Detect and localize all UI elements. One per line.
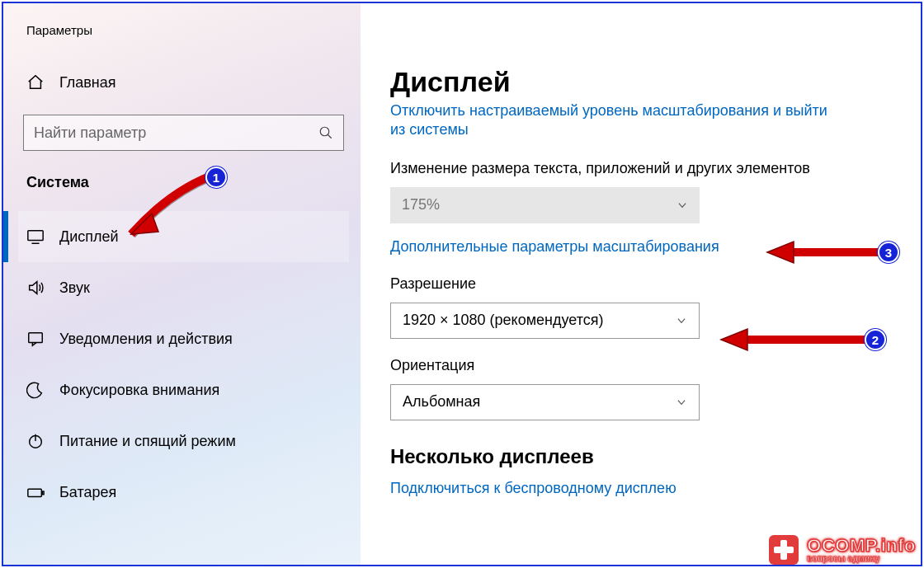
svg-point-0 [320, 127, 329, 136]
svg-marker-10 [721, 329, 747, 350]
svg-rect-8 [42, 491, 44, 495]
multi-display-heading: Несколько дисплеев [390, 445, 852, 468]
sidebar-item-label: Фокусировка внимания [59, 382, 219, 399]
watermark: OCOMP.info вопросы админу [769, 535, 921, 565]
message-icon [26, 330, 45, 348]
speaker-icon [26, 279, 45, 297]
search-input[interactable] [34, 124, 318, 142]
plus-icon [769, 535, 799, 565]
annotation-badge-1: 1 [205, 167, 227, 188]
svg-rect-7 [28, 489, 42, 496]
sidebar-item-label: Питание и спящий режим [59, 433, 236, 450]
search-icon [318, 125, 333, 140]
annotation-arrow-2 [714, 325, 879, 358]
sidebar-item-battery[interactable]: Батарея [18, 467, 349, 518]
sidebar-item-label: Уведомления и действия [59, 331, 233, 348]
watermark-main: OCOMP.info [807, 536, 916, 555]
scale-label: Изменение размера текста, приложений и д… [390, 160, 852, 177]
content-area: Дисплей Отключить настраиваемый уровень … [361, 3, 921, 565]
watermark-sub: вопросы админу [807, 555, 916, 564]
window-title: Параметры [18, 18, 349, 49]
orientation-value: Альбомная [403, 393, 480, 411]
orientation-dropdown[interactable]: Альбомная [390, 384, 700, 420]
signout-scaling-link[interactable]: Отключить настраиваемый уровень масштаби… [390, 101, 852, 140]
scale-dropdown[interactable]: 175% [390, 187, 700, 223]
wireless-display-link[interactable]: Подключиться к беспроводному дисплею [390, 480, 852, 497]
home-icon [26, 73, 45, 92]
sidebar-item-sound[interactable]: Звук [18, 262, 349, 313]
svg-line-1 [328, 134, 332, 138]
moon-icon [26, 381, 45, 399]
chevron-down-icon [676, 200, 688, 211]
scale-value: 175% [402, 196, 440, 214]
annotation-arrow-3 [761, 237, 893, 270]
home-label: Главная [59, 74, 116, 92]
sidebar-item-focus[interactable]: Фокусировка внимания [18, 364, 349, 415]
svg-rect-2 [28, 231, 43, 241]
orientation-label: Ориентация [390, 357, 852, 374]
search-box[interactable] [23, 115, 344, 151]
resolution-label: Разрешение [390, 275, 852, 293]
svg-marker-11 [767, 242, 794, 263]
monitor-icon [26, 228, 45, 246]
resolution-value: 1920 × 1080 (рекомендуется) [403, 312, 604, 329]
sidebar-item-notifications[interactable]: Уведомления и действия [18, 313, 349, 364]
annotation-badge-2: 2 [865, 329, 886, 350]
chevron-down-icon [676, 315, 687, 326]
power-icon [26, 432, 45, 450]
settings-window: Параметры Главная [2, 2, 922, 566]
svg-rect-4 [29, 333, 43, 343]
annotation-badge-3: 3 [878, 242, 899, 263]
battery-icon [26, 483, 45, 501]
sidebar-item-label: Звук [59, 279, 90, 297]
sidebar-item-label: Батарея [59, 484, 116, 501]
resolution-dropdown[interactable]: 1920 × 1080 (рекомендуется) [390, 303, 700, 339]
home-button[interactable]: Главная [18, 65, 349, 100]
sidebar: Параметры Главная [3, 3, 361, 565]
page-title: Дисплей [390, 66, 852, 98]
sidebar-item-power[interactable]: Питание и спящий режим [18, 415, 349, 467]
sidebar-item-label: Дисплей [59, 228, 119, 246]
chevron-down-icon [676, 397, 687, 408]
